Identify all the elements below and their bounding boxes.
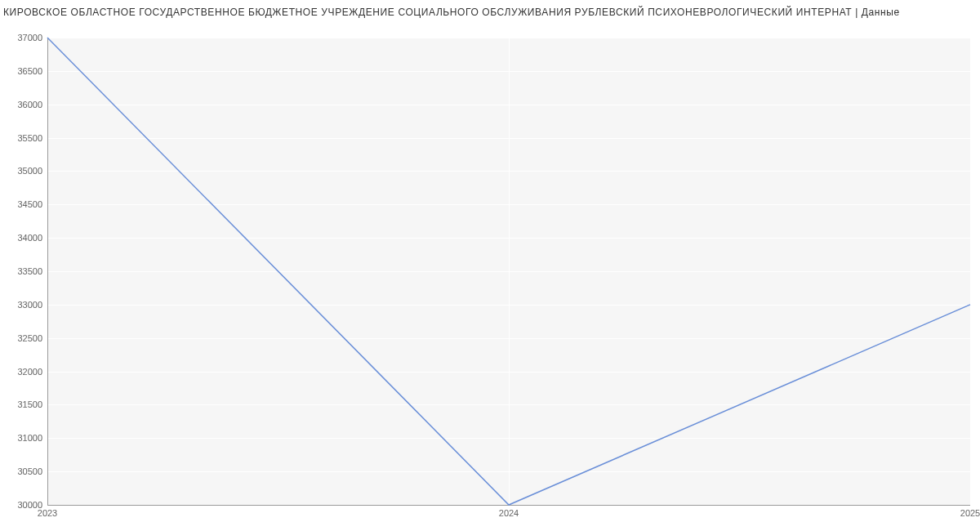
y-tick-label: 33500 — [5, 266, 42, 276]
y-tick-label: 31500 — [5, 399, 42, 409]
grid-line-v — [970, 38, 971, 505]
y-tick-label: 35000 — [5, 166, 42, 176]
y-tick-label: 37000 — [5, 33, 42, 42]
y-tick-label: 31000 — [5, 433, 42, 443]
x-tick-label: 2025 — [960, 508, 980, 518]
y-tick-label: 35500 — [5, 133, 42, 143]
y-tick-label: 30500 — [5, 466, 42, 476]
y-tick-label: 32500 — [5, 333, 42, 343]
x-tick-label: 2023 — [38, 508, 57, 518]
y-tick-label: 36500 — [5, 66, 42, 76]
data-series-line — [47, 38, 970, 505]
y-tick-label: 34500 — [5, 199, 42, 209]
y-tick-label: 34000 — [5, 233, 42, 243]
x-tick-label: 2024 — [499, 508, 519, 518]
line-layer — [47, 38, 970, 505]
chart-container: 3000030500310003150032000325003300033500… — [0, 21, 980, 528]
y-tick-label: 33000 — [5, 300, 42, 310]
y-tick-label: 36000 — [5, 100, 42, 109]
chart-title: КИРОВСКОЕ ОБЛАСТНОЕ ГОСУДАРСТВЕННОЕ БЮДЖ… — [0, 0, 980, 21]
y-tick-label: 32000 — [5, 367, 42, 377]
